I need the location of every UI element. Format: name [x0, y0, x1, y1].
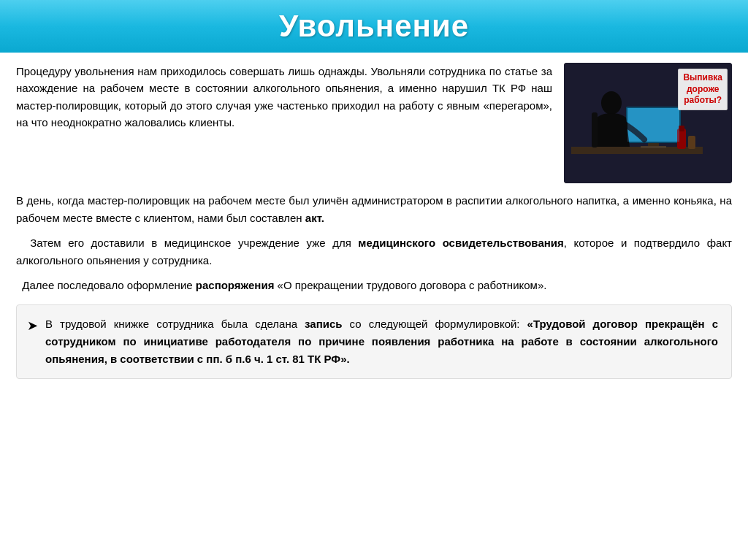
- page-container: Увольнение Процедуру увольнения нам прих…: [0, 0, 748, 560]
- paragraph-4: Далее последовало оформление распоряжени…: [16, 277, 732, 294]
- svg-rect-5: [641, 146, 666, 148]
- med-bold: медицинского освидетельствования: [358, 237, 563, 249]
- svg-rect-10: [688, 136, 695, 149]
- paragraph-2: В день, когда мастер-полировщик на рабоч…: [16, 192, 732, 227]
- p3-indent: [16, 237, 30, 249]
- scene-image: Выпивка дороже работы?: [564, 63, 732, 183]
- top-section: Процедуру увольнения нам приходилось сов…: [16, 63, 732, 183]
- bullet-text: В трудовой книжке сотрудника была сделан…: [45, 315, 718, 368]
- bullet-section: ➤ В трудовой книжке сотрудника была сдел…: [16, 304, 732, 379]
- image-caption: Выпивка дороже работы?: [678, 69, 728, 110]
- paragraph-3: Затем его доставили в медицинское учрежд…: [16, 234, 732, 269]
- bullet-arrow-icon: ➤: [27, 316, 38, 336]
- intro-paragraph: Процедуру увольнения нам приходилось сов…: [16, 63, 552, 183]
- page-title: Увольнение: [15, 9, 733, 44]
- act-bold: акт.: [305, 212, 324, 224]
- intro-text: Процедуру увольнения нам приходилось сов…: [16, 65, 552, 129]
- content-area: Процедуру увольнения нам приходилось сов…: [0, 63, 748, 394]
- header-banner: Увольнение: [0, 0, 748, 53]
- svg-point-6: [601, 91, 622, 115]
- zapis-bold: запись: [305, 318, 342, 330]
- svg-rect-9: [679, 126, 684, 131]
- bullet-item: ➤ В трудовой книжке сотрудника была сдел…: [27, 315, 718, 368]
- svg-rect-11: [627, 108, 679, 142]
- image-block: Выпивка дороже работы?: [564, 63, 732, 183]
- order-bold: распоряжения: [196, 279, 275, 291]
- svg-rect-7: [592, 112, 598, 147]
